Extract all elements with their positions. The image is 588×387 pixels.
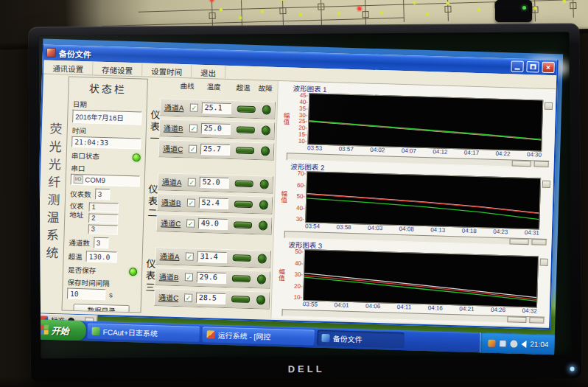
desktop: 备份文件 × 通讯设置 存储设置 设置时间 退出 荧光光纤测温系统 (38, 38, 563, 355)
fault-led (260, 146, 270, 156)
overtemp-indicator (235, 180, 253, 187)
menu-item-set-time[interactable]: 设置时间 (142, 63, 192, 77)
photo-scene: 备份文件 × 通讯设置 存储设置 设置时间 退出 荧光光纤测温系统 (0, 0, 588, 387)
channel-label: 通道B (161, 196, 184, 208)
instrument-group-2: 仪表二 通道A ✓ 52.0 通道B ✓ (143, 164, 275, 243)
status-panel: 状态栏 日期 2016年7月16日 时间 21:04:33 串口状态 串口 (62, 77, 148, 313)
overtemp-indicator (233, 254, 251, 262)
menu-item-exit[interactable]: 退出 (192, 64, 226, 78)
temperature-value: 31.4 (197, 251, 227, 263)
date-label: 日期 (73, 99, 142, 111)
chart-scroll-button[interactable] (540, 259, 548, 266)
save-interval-value[interactable]: 10 (67, 288, 105, 301)
channel-count-value[interactable]: 3 (94, 237, 108, 249)
serial-status-led (133, 153, 141, 161)
save-flag-led[interactable] (129, 268, 137, 276)
taskbar-task-backup-file[interactable]: 备份文件 (317, 330, 405, 348)
serial-port-select[interactable]: I/O COM9 (71, 174, 140, 187)
curve-checkbox[interactable]: ✓ (187, 198, 195, 206)
meter-address-item[interactable]: 1 (88, 202, 118, 212)
task-icon (321, 334, 329, 342)
io-icon: I/O (74, 175, 83, 184)
temperature-header: 温度 (206, 81, 220, 92)
windows-flag-icon (39, 324, 49, 335)
tray-usb-icon[interactable] (510, 340, 517, 347)
task-icon (92, 327, 100, 335)
curve-checkbox[interactable]: ✓ (188, 178, 196, 186)
plot-area[interactable] (307, 93, 543, 151)
start-label: 开始 (51, 324, 69, 337)
fault-led (256, 274, 266, 284)
fault-led (257, 254, 267, 263)
menu-item-comm-settings[interactable]: 通讯设置 (43, 60, 94, 75)
meter-address-item[interactable]: 3 (88, 224, 118, 234)
y-axis-ticks: 5040302010 (284, 248, 304, 301)
curve-checkbox[interactable]: ✓ (186, 219, 195, 227)
tray-display-icon[interactable] (499, 340, 506, 347)
tray-clock[interactable]: 21:04 (530, 340, 548, 349)
scrollbar-thumb[interactable] (509, 238, 528, 245)
channel-row: 通道B ✓ 25.0 (159, 119, 276, 140)
close-button[interactable]: × (542, 62, 554, 73)
curve-checkbox[interactable]: ✓ (189, 124, 197, 132)
date-value: 2016年7月16日 (72, 110, 141, 125)
overtemp-indicator (231, 296, 250, 303)
monitor-power-led (570, 366, 575, 371)
temperature-value: 49.0 (198, 218, 228, 230)
channel-count-label: 通道数 (69, 237, 90, 248)
minimize-button[interactable] (511, 60, 523, 72)
monitor-brand-logo: DELL (288, 363, 325, 374)
serial-port-value: COM9 (85, 175, 105, 184)
fault-header: 故障 (258, 83, 272, 94)
plot-area[interactable] (303, 249, 539, 307)
meter-address-item[interactable]: 2 (88, 213, 118, 223)
taskbar-task-log-system[interactable]: FCAut+日志系统 (87, 323, 200, 342)
start-button[interactable]: 开始 (38, 319, 86, 341)
scrollbar-thumb[interactable] (512, 160, 531, 167)
scrollbar-end-button[interactable] (529, 317, 544, 324)
channel-label: 通道B (164, 122, 186, 133)
channel-row: 通道B ✓ 29.6 (155, 268, 271, 289)
overtemp-indicator (234, 221, 252, 229)
curve-checkbox[interactable]: ✓ (186, 252, 194, 260)
tray-graphics-icon[interactable] (488, 339, 495, 346)
channel-label: 通道A (164, 101, 187, 113)
curve-checkbox[interactable]: ✓ (190, 103, 198, 111)
waveform-chart-1: 波形图表 1 幅值 4540353025201510 03:5303:5704:… (281, 83, 553, 169)
scrollbar-end-button[interactable] (531, 239, 546, 245)
waveform-chart-3: 波形图表 3 幅值 5040302010 03:5504:0104:0604:1… (276, 239, 548, 325)
channel-row: 通道B ✓ 52.4 (157, 193, 273, 215)
curve-checkbox[interactable]: ✓ (184, 293, 192, 301)
fault-led (258, 220, 267, 230)
scrollbar-thumb[interactable] (507, 316, 526, 323)
overtemp-indicator (232, 275, 251, 282)
chart-scroll-button[interactable] (545, 102, 553, 110)
meter-address-list[interactable]: 1 2 3 (88, 202, 119, 234)
menu-item-storage-settings[interactable]: 存储设置 (93, 62, 143, 77)
curve-checkbox[interactable]: ✓ (185, 273, 193, 281)
taskbar-task-run-system[interactable]: 运行系统 - [网控 (202, 327, 315, 346)
channel-label: 通道A (160, 250, 183, 262)
channel-row: 通道C ✓ 28.5 (154, 288, 270, 310)
serial-port-label: 串口 (71, 163, 140, 175)
scrollbar-end-button[interactable] (534, 161, 549, 167)
overtemp-label: 超温 (69, 251, 83, 262)
meter-address-label: 仪表地址 (69, 202, 86, 234)
desk-shadow (0, 377, 588, 387)
y-axis-ticks: 7060504030 (287, 170, 307, 223)
system-tray: 21:04 (480, 332, 555, 355)
chart-scroll-button[interactable] (542, 181, 550, 188)
time-value: 21:04:33 (71, 136, 141, 150)
curve-checkbox[interactable]: ✓ (189, 144, 197, 153)
save-flag-label: 是否保存 (68, 265, 96, 276)
maximize-button[interactable] (526, 61, 539, 72)
plot-area[interactable] (305, 171, 541, 229)
tray-volume-icon[interactable] (521, 340, 526, 347)
overtemp-value[interactable]: 130.0 (85, 251, 116, 262)
fault-led (259, 200, 268, 209)
task-icon (206, 330, 214, 338)
save-interval-unit: s (109, 290, 113, 299)
instrument-name: 仪表二 (144, 184, 159, 220)
data-directory-button[interactable]: 数据目录 (73, 304, 130, 313)
meter-count-value[interactable]: 3 (95, 189, 110, 201)
